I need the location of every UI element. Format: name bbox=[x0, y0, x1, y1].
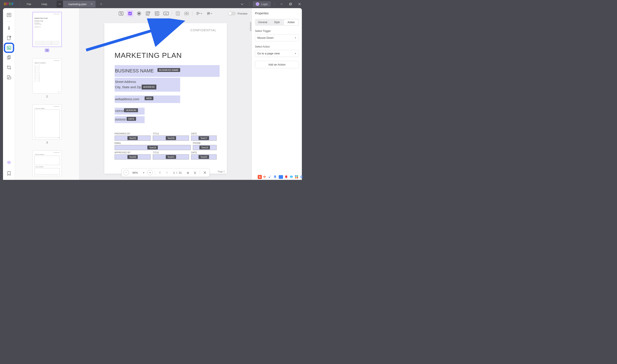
trigger-value: Mouse Down bbox=[257, 36, 274, 39]
label-email: EMAIL bbox=[115, 142, 191, 144]
svg-point-63 bbox=[301, 177, 302, 177]
field-tag: Text17 bbox=[199, 136, 209, 140]
add-tab-button[interactable]: ＋ bbox=[98, 1, 105, 7]
properties-panel: Properties General Style Action Select T… bbox=[252, 8, 302, 180]
thumbnail-page-4[interactable]: CONFIDENTIAL 2. MISSION STATEMENT 3. VIS… bbox=[33, 151, 62, 176]
tray-icon[interactable] bbox=[268, 175, 272, 179]
thumbnail-page-1[interactable]: CONFIDENTIAL MARKETING PLAN BUSINESS NAM… bbox=[33, 12, 62, 47]
tab-action[interactable]: Action bbox=[284, 19, 298, 25]
svg-rect-59 bbox=[297, 175, 298, 177]
tray-gear-icon[interactable] bbox=[300, 175, 304, 179]
svg-rect-40 bbox=[185, 12, 186, 13]
zoom-out-button[interactable]: － bbox=[123, 170, 129, 175]
label-title: TITLE bbox=[153, 132, 189, 135]
date-field-2[interactable]: Text17 bbox=[191, 136, 216, 141]
field-tag: Text20 bbox=[127, 155, 138, 159]
layers-button[interactable] bbox=[5, 159, 13, 167]
next-page-button[interactable] bbox=[185, 170, 191, 175]
field-tag: Text18 bbox=[148, 146, 158, 149]
date-field[interactable]: 00/00/00 DATE bbox=[115, 116, 145, 123]
tray-icon[interactable]: 中 bbox=[263, 175, 267, 179]
image-field-tool[interactable] bbox=[174, 10, 181, 17]
select-trigger-label: Select Trigger bbox=[255, 29, 299, 33]
bookmark-button[interactable] bbox=[5, 169, 13, 177]
preview-label: Preview bbox=[238, 12, 247, 15]
separator bbox=[155, 170, 155, 175]
page-current[interactable]: 1 / 21 bbox=[171, 171, 184, 174]
add-action-button[interactable]: Add an Action bbox=[255, 61, 299, 68]
business-name-field[interactable]: BUSINESS NAME BUSINESS NAME bbox=[115, 65, 220, 77]
minimize-button[interactable] bbox=[278, 1, 285, 7]
redact-tool-button[interactable] bbox=[5, 73, 13, 81]
tray-icon[interactable] bbox=[295, 175, 298, 179]
form-toolbar: T| OK Preview bbox=[79, 10, 252, 17]
thumbnail-number: 1 bbox=[45, 49, 49, 52]
radio-button-tool[interactable] bbox=[136, 10, 142, 17]
reader-mode-button[interactable] bbox=[5, 11, 13, 19]
field-tag: Text22 bbox=[199, 155, 209, 159]
close-button[interactable] bbox=[296, 1, 303, 7]
svg-rect-5 bbox=[7, 13, 11, 17]
chevron-down-icon[interactable] bbox=[239, 1, 246, 7]
prev-page-button[interactable] bbox=[164, 170, 170, 175]
zoom-dropdown[interactable]: ▼ bbox=[141, 171, 146, 174]
listbox-tool[interactable] bbox=[154, 10, 160, 17]
document-title: MARKETING PLAN bbox=[115, 51, 217, 60]
tab-dropdown[interactable] bbox=[56, 1, 63, 8]
date-field-3[interactable]: Text22 bbox=[191, 154, 216, 159]
text-field-tool[interactable]: T| bbox=[118, 10, 124, 17]
tray-keyboard-icon[interactable] bbox=[279, 175, 283, 179]
titlebar-right: Login bbox=[239, 1, 305, 7]
form-settings-tool[interactable] bbox=[206, 10, 213, 17]
tray-icon[interactable] bbox=[284, 175, 288, 179]
form-tool-button[interactable] bbox=[5, 44, 13, 52]
properties-tabs: General Style Action bbox=[255, 19, 299, 26]
prepared-by-field[interactable]: Text15 bbox=[115, 136, 151, 141]
app-logo: UPDF bbox=[0, 2, 18, 6]
thumbnail-page-3[interactable]: CONFIDENTIAL 1. EXECUTIVE SUMMARY Page 3 bbox=[33, 104, 62, 139]
action-select[interactable]: Go to a page view ▼ bbox=[255, 50, 299, 57]
address-field[interactable]: Street Address City, State and Zip ADDRE… bbox=[115, 78, 180, 92]
title-field-2[interactable]: Text21 bbox=[153, 154, 189, 159]
scrollbar-thumb[interactable] bbox=[250, 22, 251, 31]
last-page-button[interactable] bbox=[192, 170, 198, 175]
zoom-in-button[interactable]: ＋ bbox=[148, 170, 153, 175]
document-tab[interactable]: marketing-plan ✕ bbox=[63, 1, 95, 8]
dropdown-tool[interactable] bbox=[145, 10, 151, 17]
first-page-button[interactable] bbox=[158, 170, 163, 175]
field-tag: Text15 bbox=[127, 136, 138, 140]
email-field[interactable]: Text18 bbox=[115, 145, 191, 150]
align-tool[interactable] bbox=[195, 10, 203, 17]
svg-rect-61 bbox=[297, 177, 298, 178]
svg-point-57 bbox=[292, 176, 292, 177]
preview-toggle[interactable] bbox=[228, 12, 236, 15]
date-field-tool[interactable] bbox=[184, 10, 190, 17]
edit-tool-button[interactable] bbox=[5, 34, 13, 42]
maximize-button[interactable] bbox=[287, 1, 294, 7]
approved-by-field[interactable]: Text20 bbox=[115, 154, 151, 159]
label-title: TITLE bbox=[153, 151, 189, 154]
tray-icon[interactable]: S bbox=[258, 175, 262, 179]
comment-tool-button[interactable] bbox=[5, 24, 13, 32]
menu-file[interactable]: File bbox=[22, 2, 36, 6]
login-button[interactable]: Login bbox=[253, 1, 271, 7]
organize-pages-button[interactable] bbox=[5, 54, 13, 62]
close-zoombar-button[interactable] bbox=[202, 170, 208, 175]
checkbox-tool[interactable] bbox=[127, 10, 133, 17]
tray-mic-icon[interactable] bbox=[274, 175, 277, 179]
web-field[interactable]: webaddress.com WEB bbox=[115, 95, 180, 103]
crop-tool-button[interactable] bbox=[5, 64, 13, 71]
title-field[interactable]: Text16 bbox=[153, 136, 189, 141]
titlebar: UPDF File Help marketing-plan ✕ ＋ Login bbox=[0, 0, 305, 8]
trigger-select[interactable]: Mouse Down ▼ bbox=[255, 34, 299, 41]
tab-style[interactable]: Style bbox=[270, 19, 284, 25]
tray-icon[interactable] bbox=[290, 175, 293, 179]
menu-help[interactable]: Help bbox=[36, 2, 53, 6]
button-tool[interactable]: OK bbox=[163, 10, 169, 17]
tab-area: marketing-plan ✕ ＋ bbox=[56, 0, 105, 8]
tab-general[interactable]: General bbox=[255, 19, 270, 25]
phone-field[interactable]: Text19 bbox=[193, 145, 216, 150]
version-field[interactable]: VERSION VERSION bbox=[115, 108, 145, 115]
close-icon[interactable]: ✕ bbox=[90, 2, 93, 6]
thumbnail-page-2[interactable]: CONFIDENTIAL TABLE OF CONTENTS 1. ......… bbox=[33, 58, 62, 93]
